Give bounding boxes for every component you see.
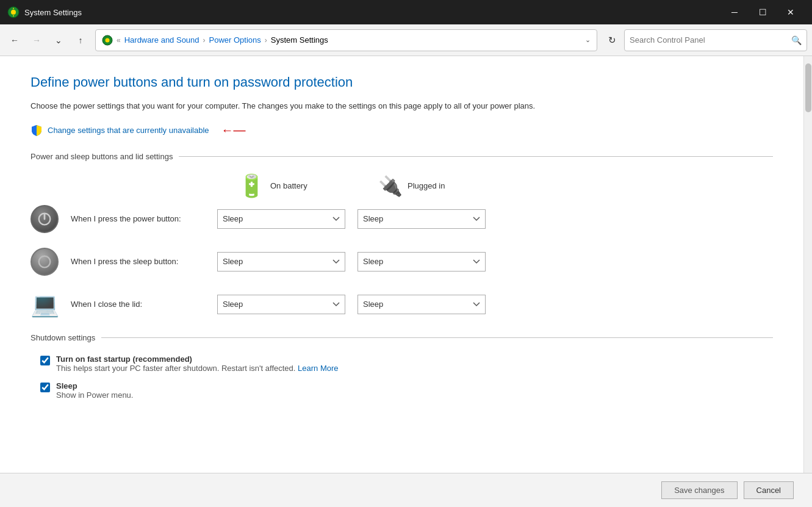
breadcrumb-separator0: « (117, 36, 121, 45)
plugged-in-header: 🔌 Plugged in (378, 173, 506, 199)
plugged-in-label: Plugged in (408, 181, 445, 190)
power-button-plugged-in-select[interactable]: Do nothing Sleep Hibernate Shut down Tur… (357, 209, 486, 229)
arrow-indicator: ←— (221, 123, 246, 137)
shield-icon (31, 124, 43, 136)
lid-dropdowns: Do nothing Sleep Hibernate Shut down Tur… (217, 295, 486, 314)
power-button-icon (31, 205, 59, 233)
search-input[interactable] (630, 35, 788, 45)
power-button-on-battery-select[interactable]: Do nothing Sleep Hibernate Shut down Tur… (217, 209, 345, 229)
title-bar: System Settings ─ ☐ ✕ (0, 0, 812, 24)
address-dropdown-icon[interactable]: ⌄ (585, 36, 591, 44)
plugged-icon: 🔌 (378, 174, 403, 198)
save-changes-button[interactable]: Save changes (661, 481, 737, 499)
svg-point-3 (106, 38, 110, 42)
learn-more-link[interactable]: Learn More (298, 364, 338, 373)
change-settings-row: Change settings that are currently unava… (31, 123, 773, 137)
content-area: Define power buttons and turn on passwor… (0, 56, 803, 507)
search-icon: 🔍 (791, 35, 802, 45)
cancel-button[interactable]: Cancel (744, 481, 794, 499)
main-wrapper: Define power buttons and turn on passwor… (0, 56, 812, 507)
breadcrumb-sep2: › (265, 36, 267, 45)
app-icon (7, 6, 20, 18)
lid-label: When I close the lid: (71, 300, 193, 309)
address-box: « Hardware and Sound › Power Options › S… (95, 29, 597, 51)
on-battery-header: 🔋 On battery (238, 173, 366, 199)
power-sleep-section-header: Power and sleep buttons and lid settings (31, 152, 773, 161)
on-battery-label: On battery (270, 181, 307, 190)
back-button[interactable]: ← (5, 31, 24, 50)
address-bar: ← → ⌄ ↑ « Hardware and Sound › Power Opt… (0, 24, 812, 56)
sleep-row: Sleep Show in Power menu. (40, 381, 773, 400)
lid-icon: 💻 (31, 290, 59, 318)
sleep-button-dropdowns: Do nothing Sleep Hibernate Shut down Tur… (217, 252, 486, 271)
sleep-checkbox[interactable] (40, 383, 50, 392)
close-button[interactable]: ✕ (777, 0, 805, 24)
search-box[interactable]: 🔍 (624, 29, 807, 51)
breadcrumb-sep1: › (203, 36, 206, 45)
breadcrumb-power-options[interactable]: Power Options (209, 35, 261, 45)
breadcrumb-hardware-sound[interactable]: Hardware and Sound (124, 35, 199, 45)
page-title: Define power buttons and turn on passwor… (31, 74, 773, 90)
forward-button[interactable]: → (27, 31, 46, 50)
change-settings-link[interactable]: Change settings that are currently unava… (48, 126, 209, 135)
window-controls: ─ ☐ ✕ (720, 0, 805, 24)
sleep-button-icon (31, 248, 59, 276)
bottom-bar: Save changes Cancel (0, 473, 812, 507)
fast-startup-label: Turn on fast startup (recommended) (56, 354, 339, 364)
lid-on-battery-select[interactable]: Do nothing Sleep Hibernate Shut down Tur… (217, 295, 345, 314)
breadcrumb-icon (102, 35, 113, 46)
svg-point-1 (11, 10, 16, 15)
recent-locations-button[interactable]: ⌄ (49, 31, 68, 50)
power-button-row: When I press the power button: Do nothin… (31, 205, 773, 233)
power-sleep-section-title: Power and sleep buttons and lid settings (31, 152, 173, 161)
column-headers: 🔋 On battery 🔌 Plugged in (238, 173, 773, 199)
lid-plugged-in-select[interactable]: Do nothing Sleep Hibernate Shut down Tur… (357, 295, 486, 314)
up-button[interactable]: ↑ (71, 31, 90, 50)
sleep-button-label: When I press the sleep button: (71, 257, 193, 266)
fast-startup-description: This helps start your PC faster after sh… (56, 364, 339, 373)
sleep-button-row: When I press the sleep button: Do nothin… (31, 248, 773, 276)
refresh-button[interactable]: ↻ (602, 31, 622, 50)
power-button-dropdowns: Do nothing Sleep Hibernate Shut down Tur… (217, 209, 486, 229)
page-description: Choose the power settings that you want … (31, 100, 543, 112)
power-button-label: When I press the power button: (71, 214, 193, 223)
battery-icon: 🔋 (238, 173, 265, 199)
sleep-button-plugged-in-select[interactable]: Do nothing Sleep Hibernate Shut down Tur… (357, 252, 486, 271)
sleep-description: Show in Power menu. (56, 390, 133, 400)
window-title: System Settings (24, 8, 720, 17)
minimize-button[interactable]: ─ (720, 0, 749, 24)
shutdown-section-divider (101, 337, 773, 338)
lid-row: 💻 When I close the lid: Do nothing Sleep… (31, 290, 773, 318)
sleep-button-on-battery-select[interactable]: Do nothing Sleep Hibernate Shut down Tur… (217, 252, 345, 271)
scrollbar-thumb[interactable] (805, 63, 811, 112)
shutdown-section-title: Shutdown settings (31, 333, 95, 342)
shutdown-section-header: Shutdown settings (31, 333, 773, 342)
scrollbar-track[interactable] (803, 56, 812, 507)
sleep-label: Sleep (56, 381, 133, 390)
fast-startup-row: Turn on fast startup (recommended) This … (40, 354, 773, 373)
maximize-button[interactable]: ☐ (749, 0, 777, 24)
fast-startup-checkbox[interactable] (40, 356, 50, 365)
breadcrumb-current: System Settings (271, 35, 328, 45)
section-divider (179, 156, 773, 157)
